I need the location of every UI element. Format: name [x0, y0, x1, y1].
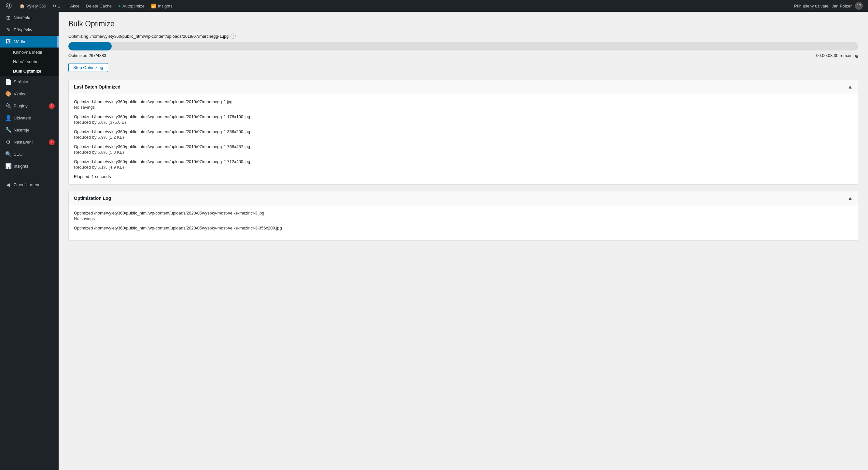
- dashboard-icon: ⊞: [5, 14, 11, 21]
- sidebar-item-library[interactable]: Knihovna médií: [0, 48, 59, 57]
- log-prefix: Optimized: [74, 144, 94, 149]
- users-icon: 👤: [5, 115, 11, 121]
- sidebar-item-seo[interactable]: 🔍 SEO: [0, 148, 59, 160]
- log-file-path: /home/vylety360/public_html/wp-content/u…: [94, 114, 250, 119]
- site-name-item[interactable]: 🏠 Výlety 360: [16, 0, 50, 12]
- elapsed-row: Elapsed: 1 seconds: [74, 174, 853, 179]
- log-entry: Optimized /home/vylety360/public_html/wp…: [74, 99, 853, 110]
- log-entry-savings: Reduced by 6,0% (5,8 KB): [74, 150, 853, 155]
- sidebar-item-media[interactable]: 🖼 Média: [0, 36, 59, 48]
- seo-icon: 🔍: [5, 151, 11, 157]
- log-entry-savings: Reduced by 5,9% (1,2 KB): [74, 135, 853, 139]
- sidebar-item-tools[interactable]: 🔧 Nástroje: [0, 124, 59, 136]
- collapse-label: Zmenšit menu: [14, 182, 40, 187]
- tools-icon: 🔧: [5, 127, 11, 133]
- log-entry: Optimized /home/vylety360/public_html/wp…: [74, 114, 853, 125]
- log-entry-file-row: Optimized /home/vylety360/public_html/wp…: [74, 129, 853, 134]
- sidebar-item-upload[interactable]: Nahrát soubor: [0, 57, 59, 66]
- main-content: Bulk Optimize Optimizing /home/vylety360…: [59, 12, 868, 470]
- optimization-log-panel: Optimization Log ▲ Optimized /home/vylet…: [68, 191, 858, 241]
- sidebar-item-posts[interactable]: ✎ Příspěvky: [0, 24, 59, 36]
- sidebar-item-plugins[interactable]: 🔌 Pluginy 1: [0, 100, 59, 112]
- sidebar-label-appearance: Vzhled: [14, 91, 27, 96]
- last-batch-panel: Last Batch Optimized ▲ Optimized /home/v…: [68, 80, 858, 185]
- house-icon: 🏠: [20, 4, 25, 8]
- wrap: Bulk Optimize Optimizing /home/vylety360…: [59, 12, 868, 255]
- log-entry: Optimized /home/vylety360/public_html/wp…: [74, 211, 853, 221]
- sidebar-item-bulk[interactable]: Bulk Optimize: [0, 66, 59, 76]
- user-label: Přihlášený uživatel: Jan Polzer: [794, 4, 852, 8]
- wp-logo[interactable]: ⓓ: [3, 0, 16, 12]
- sidebar-item-appearance[interactable]: 🎨 Vzhled: [0, 88, 59, 100]
- remaining-label: 00:00:08:30 remaining: [816, 53, 858, 58]
- log-entry-file-row: Optimized /home/vylety360/public_html/wp…: [74, 225, 853, 230]
- last-batch-header[interactable]: Last Batch Optimized ▲: [69, 80, 858, 94]
- sidebar-label-users: Uživatelé: [14, 116, 31, 120]
- sidebar: ⊞ Nástěnka ✎ Příspěvky 🖼 Média Knihovna …: [0, 12, 59, 470]
- optimizing-row: Optimizing /home/vylety360/public_html/w…: [68, 34, 858, 39]
- log-entry: Optimized /home/vylety360/public_html/wp…: [74, 159, 853, 169]
- library-label: Knihovna médií: [13, 50, 42, 55]
- log-entry-file-row: Optimized /home/vylety360/public_html/wp…: [74, 114, 853, 119]
- sidebar-label-insights: Insights: [14, 164, 28, 168]
- refresh-icon: ↻: [53, 4, 56, 8]
- posts-icon: ✎: [5, 27, 11, 33]
- plugins-badge: 1: [49, 103, 55, 109]
- sidebar-item-users[interactable]: 👤 Uživatelé: [0, 112, 59, 124]
- appearance-icon: 🎨: [5, 91, 11, 97]
- info-icon[interactable]: ℹ: [230, 34, 236, 39]
- log-prefix: Optimized: [74, 114, 94, 119]
- sidebar-item-settings[interactable]: ⚙ Nastavení 1: [0, 136, 59, 148]
- sidebar-item-dashboard[interactable]: ⊞ Nástěnka: [0, 12, 59, 24]
- settings-badge: 1: [49, 139, 55, 145]
- upload-label: Nahrát soubor: [13, 59, 40, 64]
- opt-log-title: Optimization Log: [74, 196, 111, 201]
- wp-icon: ⓓ: [6, 2, 12, 10]
- new-label: + Akce: [67, 4, 80, 8]
- optimizing-prefix: Optimizing: [68, 34, 88, 39]
- insights-item[interactable]: 📶 Insights: [148, 0, 176, 12]
- new-item[interactable]: + Akce: [63, 0, 83, 12]
- updates-item[interactable]: ↻ 1: [50, 0, 63, 12]
- log-entry-file-row: Optimized /home/vylety360/public_html/wp…: [74, 211, 853, 216]
- sidebar-sub-media: Knihovna médií Nahrát soubor Bulk Optimi…: [0, 48, 59, 76]
- sidebar-item-collapse[interactable]: ◀ Zmenšit menu: [0, 179, 59, 191]
- log-file-path: /home/vylety360/public_html/wp-content/u…: [94, 144, 250, 149]
- log-entry-savings: Reduced by 6,1% (4,9 KB): [74, 165, 853, 169]
- sidebar-item-insights[interactable]: 📊 Insights: [0, 160, 59, 172]
- collapse-icon: ◀: [5, 182, 11, 188]
- insights-icon: 📊: [5, 163, 11, 169]
- log-entry-savings: No savings: [74, 105, 853, 110]
- autoptimize-item[interactable]: ● Autoptimize: [115, 0, 148, 12]
- log-prefix: Optimized: [74, 159, 94, 164]
- plugins-icon: 🔌: [5, 103, 11, 109]
- updates-count: 1: [58, 4, 60, 8]
- log-entry-savings: Reduced by 5,8% (375,0 B): [74, 120, 853, 125]
- sidebar-label-seo: SEO: [14, 152, 23, 157]
- stop-optimizing-button[interactable]: Stop Optimizing: [68, 63, 108, 72]
- log-entry: Optimized /home/vylety360/public_html/wp…: [74, 144, 853, 155]
- opt-log-body: Optimized /home/vylety360/public_html/wp…: [69, 206, 858, 240]
- opt-log-toggle-icon: ▲: [847, 195, 853, 201]
- log-file-path: /home/vylety360/public_html/wp-content/u…: [94, 211, 264, 216]
- sidebar-label-settings: Nastavení: [14, 139, 33, 145]
- current-file-path: /home/vylety360/public_html/wp-content/u…: [90, 34, 228, 39]
- sidebar-label-media: Média: [14, 39, 25, 44]
- pages-icon: 📄: [5, 79, 11, 85]
- log-entry-savings: No savings: [74, 216, 853, 221]
- optimized-count-label: Optimized 267/4883: [68, 53, 106, 58]
- progress-bar: [68, 42, 112, 51]
- progress-info: Optimized 267/4883 00:00:08:30 remaining: [68, 53, 858, 58]
- log-entry-file-row: Optimized /home/vylety360/public_html/wp…: [74, 99, 853, 104]
- log-prefix: Optimized: [74, 225, 94, 230]
- delete-cache-item[interactable]: Delete Cache: [83, 0, 115, 12]
- log-file-path: /home/vylety360/public_html/wp-content/u…: [94, 225, 282, 230]
- log-entry-file-row: Optimized /home/vylety360/public_html/wp…: [74, 159, 853, 164]
- opt-log-header[interactable]: Optimization Log ▲: [69, 191, 858, 206]
- bar-chart-icon: 📶: [151, 4, 156, 8]
- sidebar-nav: ⊞ Nástěnka ✎ Příspěvky 🖼 Média Knihovna …: [0, 12, 59, 191]
- log-prefix: Optimized: [74, 99, 94, 104]
- log-prefix: Optimized: [74, 211, 94, 216]
- last-batch-toggle-icon: ▲: [847, 84, 853, 90]
- sidebar-item-pages[interactable]: 📄 Stránky: [0, 76, 59, 88]
